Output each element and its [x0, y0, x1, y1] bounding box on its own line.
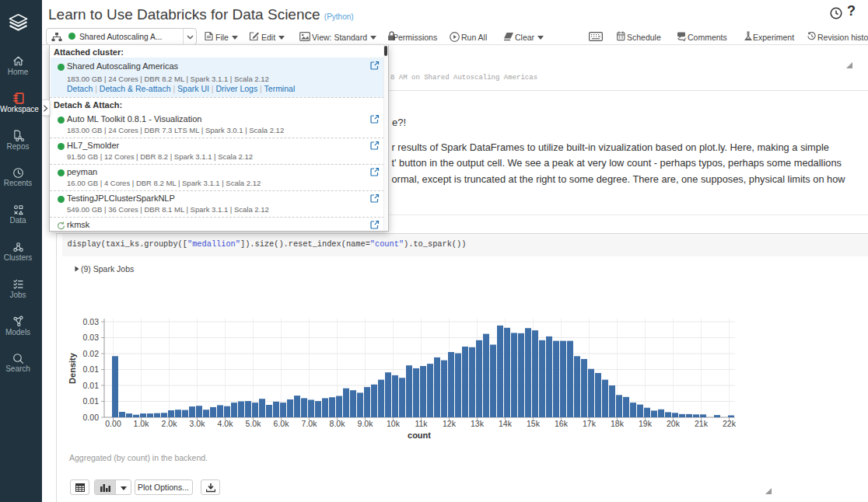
- svg-text:15k: 15k: [527, 419, 541, 428]
- svg-text:17k: 17k: [583, 419, 597, 428]
- svg-text:10k: 10k: [387, 419, 401, 428]
- svg-text:5.0k: 5.0k: [246, 419, 262, 428]
- svg-text:22k: 22k: [723, 419, 737, 428]
- svg-text:8.0k: 8.0k: [330, 419, 346, 428]
- svg-text:11k: 11k: [415, 419, 428, 428]
- svg-text:7.0k: 7.0k: [302, 419, 318, 428]
- svg-text:0.03: 0.03: [83, 317, 100, 326]
- svg-text:3.0k: 3.0k: [190, 419, 206, 428]
- svg-text:13k: 13k: [471, 419, 485, 428]
- svg-text:16k: 16k: [555, 419, 569, 428]
- svg-text:6.0k: 6.0k: [274, 419, 290, 428]
- svg-text:21k: 21k: [695, 419, 709, 428]
- svg-text:12k: 12k: [443, 419, 457, 428]
- svg-text:14k: 14k: [499, 419, 513, 428]
- svg-text:0.01: 0.01: [83, 396, 100, 406]
- svg-text:19k: 19k: [639, 419, 653, 428]
- svg-text:2.0k: 2.0k: [162, 419, 178, 428]
- svg-text:18k: 18k: [611, 419, 625, 428]
- svg-text:count: count: [408, 431, 431, 440]
- svg-text:0.01: 0.01: [83, 381, 100, 390]
- svg-text:0.01: 0.01: [83, 364, 100, 374]
- svg-text:20k: 20k: [667, 419, 681, 428]
- svg-text:0.02: 0.02: [83, 349, 100, 358]
- svg-text:0.03: 0.03: [83, 333, 100, 342]
- svg-text:1.0k: 1.0k: [134, 419, 150, 428]
- svg-text:4.0k: 4.0k: [218, 419, 234, 428]
- svg-text:9.0k: 9.0k: [358, 419, 374, 428]
- svg-text:0.00: 0.00: [83, 413, 100, 422]
- svg-text:0.00: 0.00: [105, 419, 121, 428]
- svg-text:Density: Density: [68, 352, 77, 384]
